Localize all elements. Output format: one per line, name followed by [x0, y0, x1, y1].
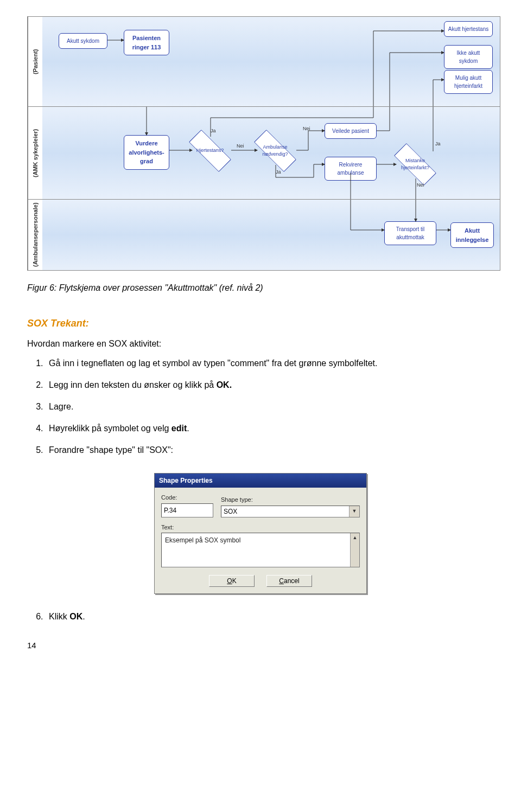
label-ja-1: Ja	[211, 127, 216, 135]
node-hjertestans: Hjertestans?	[189, 137, 231, 165]
step-4: Høyreklikk på symbolet og velg edit.	[46, 422, 494, 435]
text-field[interactable]: Eksempel på SOX symbol ▲	[161, 533, 360, 567]
flowchart: (Pasient) Akutt sykdom Pasienten ringer …	[27, 16, 500, 271]
dialog-title: Shape Properties	[155, 474, 366, 488]
step-3: Lagre.	[46, 400, 494, 413]
steps-list: Gå inn i tegneflaten og lag et symbol av…	[27, 357, 494, 457]
node-pasienten-ringer: Pasienten ringer 113	[124, 30, 169, 55]
node-ambulanse-nodv: Ambulanse nødvendig?	[254, 137, 296, 165]
step-6: Klikk OK.	[46, 610, 494, 623]
chevron-down-icon[interactable]: ▼	[349, 506, 359, 517]
figure-caption: Figur 6: Flytskjema over prosessen "Akut…	[27, 282, 494, 295]
label-nei-3: Nei	[417, 182, 424, 189]
lane-label-amk: (AMK sykepleier)	[28, 107, 42, 199]
shape-type-label: Shape type:	[221, 495, 360, 504]
node-akutt-innleggelse: Akutt innleggelse	[450, 222, 494, 248]
textarea-scroll-up-icon[interactable]: ▲	[350, 533, 359, 567]
node-transport: Transport til akuttmottak	[384, 221, 436, 245]
label-nei-1: Nei	[237, 143, 244, 150]
lane-amk: (AMK sykepleier) Vurdere alvorlighets-gr…	[28, 107, 500, 200]
cancel-button[interactable]: Cancel	[266, 575, 312, 587]
node-mulig-akutt-hjerteinfarkt: Mulig akutt hjerteinfarkt	[444, 70, 493, 94]
node-veilede-pasient: Veilede pasient	[325, 123, 377, 139]
code-label: Code:	[161, 493, 213, 502]
shape-properties-dialog: Shape Properties Code: P.34 Shape type: …	[154, 473, 367, 594]
lane-ambulanse: (Ambulansepersonale) Transport til akutt…	[28, 200, 500, 270]
step-1: Gå inn i tegneflaten og lag et symbol av…	[46, 357, 494, 370]
ok-button[interactable]: OK	[209, 575, 255, 587]
label-ja-3: Ja	[435, 140, 441, 148]
shape-type-select[interactable]: ▼	[221, 506, 360, 517]
lane-label-ambulanse: (Ambulansepersonale)	[28, 200, 42, 270]
node-vurdere: Vurdere alvorlighets-grad	[124, 135, 169, 170]
node-akutt-hjertestans: Akutt hjertestans	[444, 21, 493, 37]
label-nei-2: Nei	[303, 125, 310, 133]
lane-pasient: (Pasient) Akutt sykdom Pasienten ringer …	[28, 17, 500, 107]
node-rekvirere-ambulanse: Rekvirere ambulanse	[325, 157, 377, 181]
node-akutt-sykdom: Akutt sykdom	[59, 33, 107, 49]
step-5: Forandre "shape type" til "SOX":	[46, 444, 494, 457]
node-mistanke-hjerteinfarkt: Mistanke hjerteinfarkt?	[394, 150, 436, 178]
intro-text: Hvordan markere en SOX aktivitet:	[27, 337, 494, 350]
steps-list-continued: Klikk OK.	[27, 610, 494, 623]
shape-type-input[interactable]	[221, 506, 349, 517]
code-field[interactable]: P.34	[161, 503, 213, 517]
page-number: 14	[27, 640, 494, 652]
text-label: Text:	[161, 523, 360, 532]
label-ja-2: Ja	[276, 169, 281, 176]
lane-label-pasient: (Pasient)	[28, 17, 42, 106]
section-heading: SOX Trekant:	[27, 316, 494, 331]
connectors-lane1	[42, 17, 498, 106]
step-2: Legg inn den teksten du ønsker og klikk …	[46, 379, 494, 392]
node-ikke-akutt-sykdom: Ikke akutt sykdom	[444, 45, 493, 69]
